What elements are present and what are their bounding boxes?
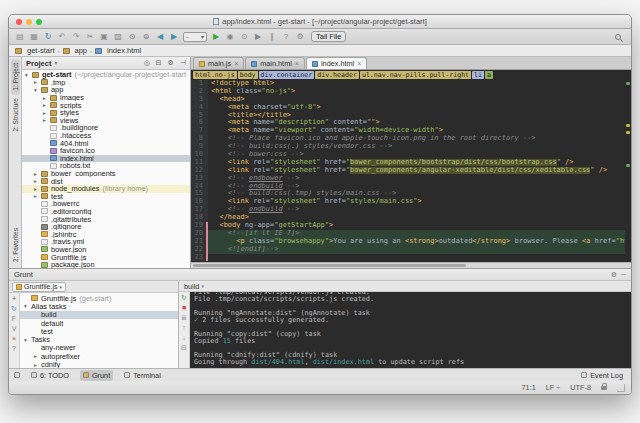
locate-icon[interactable]: ◎ (144, 59, 150, 67)
chevron-down-icon[interactable]: ▾ (54, 60, 57, 66)
console-tab-build[interactable]: build (184, 282, 199, 291)
run-configuration-label[interactable]: Tail File (311, 31, 346, 42)
tree-item[interactable]: robots.txt (22, 162, 190, 170)
tree-item[interactable]: .jshintrc (22, 230, 190, 238)
file-encoding[interactable]: UTF-8 (570, 383, 591, 392)
resize-grip[interactable] (617, 384, 625, 392)
horizontal-scrollbar[interactable] (191, 262, 631, 268)
editor-tab-index.html[interactable]: index.html× (306, 57, 367, 69)
collapse-icon[interactable]: V (12, 325, 17, 333)
lock-icon[interactable] (601, 386, 607, 390)
tree-item[interactable]: ▸node_modules(library home) (22, 185, 190, 193)
run-icon[interactable]: ▶ (211, 32, 221, 41)
breadcrumb-item-app[interactable]: app (63, 46, 88, 55)
step-icon[interactable]: ▶ (253, 32, 263, 41)
help-icon[interactable]: ? (12, 345, 16, 353)
tool-window-terminal[interactable]: Terminal (121, 370, 164, 381)
error-stripe[interactable] (625, 80, 631, 262)
split-icon[interactable]: ⊟ (181, 344, 187, 352)
close-tab-icon[interactable]: × (357, 60, 361, 67)
gruntfile-tab[interactable]: Gruntfile.js ▾ (12, 282, 66, 292)
code-editor[interactable]: 1<!doctype html>2<html class="no-js">3 <… (191, 80, 631, 262)
tag-path-item[interactable]: body (238, 71, 258, 79)
forward-icon[interactable]: ▶ (169, 32, 179, 41)
tree-item[interactable]: .editorconfig (22, 208, 190, 216)
tag-path-item[interactable]: li (472, 71, 484, 79)
tree-arrow-icon[interactable]: ▾ (34, 87, 41, 93)
paste-icon[interactable]: ▧ (113, 32, 123, 41)
undo-icon[interactable]: ↶ (57, 32, 67, 41)
tool-window-todo[interactable]: 6: TODO (28, 370, 72, 381)
tree-item[interactable]: ▾app (22, 86, 190, 94)
close-tab-icon[interactable]: × (295, 60, 299, 67)
tree-item[interactable]: bower.json (22, 246, 190, 254)
tree-item[interactable]: ▸views (22, 117, 190, 125)
tree-arrow-icon[interactable]: ▾ (24, 303, 31, 309)
coverage-icon[interactable]: ⊙ (239, 32, 249, 41)
cut-icon[interactable]: ✂ (85, 32, 95, 41)
tree-item[interactable]: ▸dist (22, 177, 190, 185)
copy-icon[interactable]: ▣ (99, 32, 109, 41)
tree-arrow-icon[interactable]: ▾ (24, 337, 31, 343)
project-panel-title[interactable]: Project (26, 59, 51, 68)
add-icon[interactable]: + (12, 295, 16, 303)
title-bar[interactable]: app/index.html - get-start - [~/project/… (9, 15, 631, 29)
tree-item[interactable]: Gruntfile.js (22, 253, 190, 261)
tree-arrow-icon[interactable]: ▸ (43, 117, 50, 123)
stop-icon[interactable]: ■ (182, 304, 186, 312)
editor-tab-main.js[interactable]: main.js× (193, 57, 244, 69)
tree-arrow-icon[interactable]: ▸ (43, 102, 50, 108)
tree-item[interactable]: .travis.yml (22, 238, 190, 246)
tree-item[interactable]: index.html (22, 155, 190, 163)
synchronize-icon[interactable]: ↻ (43, 32, 53, 41)
tree-item[interactable]: ▸test (22, 193, 190, 201)
sidebar-tab-favorites[interactable]: 2: Favorites (11, 224, 20, 266)
tree-item[interactable]: .gitattributes (22, 215, 190, 223)
settings-gear-icon[interactable]: ⚙ (168, 59, 174, 67)
search-everywhere-icon[interactable] (615, 34, 621, 40)
tree-arrow-icon[interactable]: ▸ (34, 353, 41, 359)
tree-item[interactable]: .buildignore (22, 124, 190, 132)
hide-panel-icon[interactable]: ⊣ (180, 59, 186, 67)
tree-item[interactable]: 404.html (22, 139, 190, 147)
grunt-tree-item[interactable]: ▸cdnify (20, 360, 178, 368)
suspend-icon[interactable]: ∥ (267, 32, 277, 41)
console-output[interactable]: File .tmp/concat/scripts/vendor.js creat… (190, 292, 631, 368)
settings-icon[interactable]: ⚙ (295, 32, 305, 41)
tree-item[interactable]: .gitignore (22, 223, 190, 231)
sidebar-tab-project[interactable]: 1: Project (11, 59, 20, 94)
tree-item[interactable]: ▸.tmp (22, 79, 190, 87)
down-icon[interactable]: ↓ (182, 334, 186, 342)
run-config-combo[interactable]: –▾ (183, 32, 207, 42)
tree-arrow-icon[interactable]: ▾ (25, 72, 32, 78)
tree-item[interactable]: ▸styles (22, 109, 190, 117)
tree-item[interactable]: ▸images (22, 94, 190, 102)
event-log-button[interactable]: Event Log (578, 370, 626, 381)
reload-tasks-icon[interactable]: ↻ (11, 305, 17, 313)
tree-item[interactable]: ▸scripts (22, 101, 190, 109)
tree-arrow-icon[interactable]: ▸ (34, 171, 41, 177)
tree-arrow-icon[interactable]: ▸ (43, 95, 50, 101)
save-all-icon[interactable]: ▦ (29, 32, 39, 41)
replace-icon[interactable]: ⊜ (141, 32, 151, 41)
tag-path-item[interactable]: a (485, 71, 493, 79)
tree-arrow-icon[interactable]: ▸ (34, 362, 41, 368)
tree-arrow-icon[interactable]: ▸ (34, 193, 41, 199)
tree-item[interactable]: ▾get-start(~/project/angular-project/get… (22, 71, 190, 79)
tool-window-switcher-icon[interactable] (14, 372, 20, 378)
close-icon[interactable]: × (12, 335, 16, 343)
tag-path-item[interactable]: div.header (315, 71, 359, 79)
tree-item[interactable]: package.json (22, 261, 190, 268)
up-icon[interactable]: ↑ (182, 324, 186, 332)
settings-gear-icon[interactable]: ⚙ (611, 271, 617, 279)
tag-path-item[interactable]: ul.nav.nav-pills.pull-right (360, 71, 471, 79)
tree-item[interactable]: favicon.ico (22, 147, 190, 155)
tag-path-item[interactable]: div.container (259, 71, 315, 79)
back-icon[interactable]: ◀ (155, 32, 165, 41)
open-icon[interactable]: ▤ (15, 32, 25, 41)
tree-arrow-icon[interactable]: ▸ (34, 178, 41, 184)
find-icon[interactable]: ⊙ (127, 32, 137, 41)
line-separator[interactable]: LF ÷ (546, 383, 561, 392)
help-icon[interactable]: ? (281, 32, 291, 41)
scrollbar-thumb[interactable] (193, 264, 466, 267)
